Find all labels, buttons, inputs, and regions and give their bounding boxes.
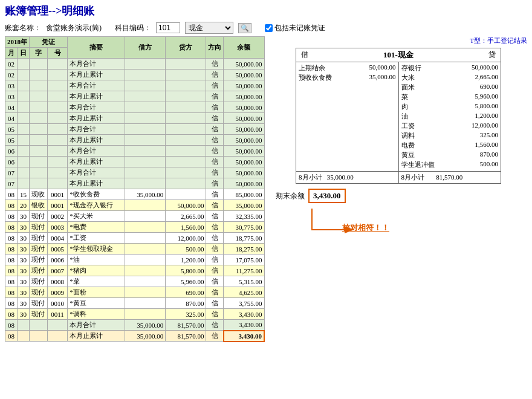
table-cell [18,178,30,189]
table-cell [166,113,206,124]
toolbar: 账套名称： 食堂账务演示(简) 科目编码： 现金 🔍 包括未记账凭证 [5,22,527,34]
prior-balance-item: 上期结余 50,000.00 [299,63,396,73]
table-cell: 35,000.00 [125,331,166,342]
subject-select[interactable]: 现金 [185,22,233,34]
t-left-items: 预收伙食费35,000.00 [299,73,396,82]
table-cell: 现付 [30,255,48,265]
t-type-line: T型：手工登记结果 [270,36,527,45]
table-cell [47,167,68,178]
table-cell: 本月止累计 [68,157,125,167]
t-item-amount: 50,000.00 [472,63,498,73]
table-cell: *猪肉 [68,265,125,276]
table-cell: 信 [206,70,224,80]
table-cell: 12,000.00 [166,233,206,244]
table-cell [18,135,30,146]
aug-subtotal-debit: 35,000.00 [327,174,354,181]
t-item-amount: 2,665.00 [475,73,499,82]
table-cell: 50,000.00 [224,135,264,146]
t-right-item: 肉5,800.00 [401,102,499,111]
t-account-name: 101-现金 [383,50,414,60]
table-cell [125,233,166,244]
table-cell [125,211,166,222]
table-cell [166,135,206,146]
table-cell [125,244,166,255]
table-cell: 信 [206,222,224,233]
table-cell [166,59,206,70]
table-cell [47,102,68,113]
table-cell: 30 [18,255,30,265]
t-item-label: 黄豆 [401,151,415,160]
table-cell [125,309,166,320]
table-cell: 0011 [47,309,68,320]
subject-label: 科目编码： [115,23,151,33]
table-cell: 3,755.00 [224,298,264,309]
table-cell: 银收 [30,200,48,211]
t-credit-label: 贷 [488,50,496,60]
table-cell: 信 [206,124,224,135]
table-cell [125,178,166,189]
table-cell: 04 [5,102,18,113]
table-cell [47,320,68,331]
table-cell: 08 [5,255,18,265]
table-cell [18,146,30,157]
table-cell: 08 [5,189,18,200]
prior-balance-label: 上期结余 [299,63,325,73]
table-cell: 信 [206,211,224,222]
table-cell [125,167,166,178]
table-cell: 50,000.00 [224,157,264,167]
table-cell: 本月止累计 [68,135,125,146]
table-cell [30,135,48,146]
table-cell: 08 [5,309,18,320]
table-cell [166,124,206,135]
table-cell: 1,200.00 [166,255,206,265]
t-item-label: 大米 [401,73,415,82]
table-cell [166,80,206,91]
table-cell: 08 [5,287,18,298]
t-account-body: 上期结余 50,000.00 预收伙食费35,000.00 存银行50,000.… [296,62,501,171]
table-cell [166,178,206,189]
include-unposted-checkbox[interactable] [265,24,273,32]
table-cell: 本月合计 [68,124,125,135]
table-cell: 信 [206,135,224,146]
subject-code-input[interactable] [156,22,180,33]
period-balance-box: 3,430.00 [308,189,346,203]
right-panel: T型：手工登记结果 借 101-现金 贷 上期结余 50,000.00 预收伙食… [270,36,527,342]
t-debit-label: 借 [301,50,308,60]
credit-header: 贷方 [166,37,206,59]
table-cell: 08 [5,211,18,222]
table-cell: 信 [206,200,224,211]
table-cell: 0004 [47,233,68,244]
table-cell: 现付 [30,265,48,276]
search-button[interactable]: 🔍 [238,23,251,33]
table-cell: 06 [5,146,18,157]
table-cell: 2,665.00 [166,211,206,222]
table-cell [30,91,48,102]
table-cell: 08 [5,200,18,211]
table-cell: 本月止累计 [68,113,125,124]
table-cell: 50,000.00 [224,80,264,91]
table-cell: 0010 [47,298,68,309]
page-title: 账簿管理-->明细账 [5,4,527,18]
table-cell: 81,570.00 [166,320,206,331]
table-cell: *现金存入银行 [68,200,125,211]
table-cell [47,135,68,146]
table-cell: 信 [206,157,224,167]
table-cell [166,157,206,167]
table-cell: 03 [5,91,18,102]
table-cell: 0009 [47,287,68,298]
table-cell: 500.00 [166,244,206,255]
table-cell: 18,275.00 [224,244,264,255]
table-cell: 本月合计 [68,146,125,157]
table-cell: 信 [206,331,224,342]
t-right-side: 存银行50,000.00大米2,665.00面米690.00菜5,960.00肉… [399,62,501,171]
table-cell: 5,800.00 [166,265,206,276]
table-cell: 现付 [30,233,48,244]
table-cell: 50,000.00 [224,70,264,80]
table-cell: 信 [206,276,224,287]
table-cell [125,255,166,265]
table-cell: 08 [5,298,18,309]
table-cell [166,102,206,113]
table-cell: 50,000.00 [224,91,264,102]
table-cell: 0002 [47,211,68,222]
voucher-header: 凭证 [30,37,68,48]
